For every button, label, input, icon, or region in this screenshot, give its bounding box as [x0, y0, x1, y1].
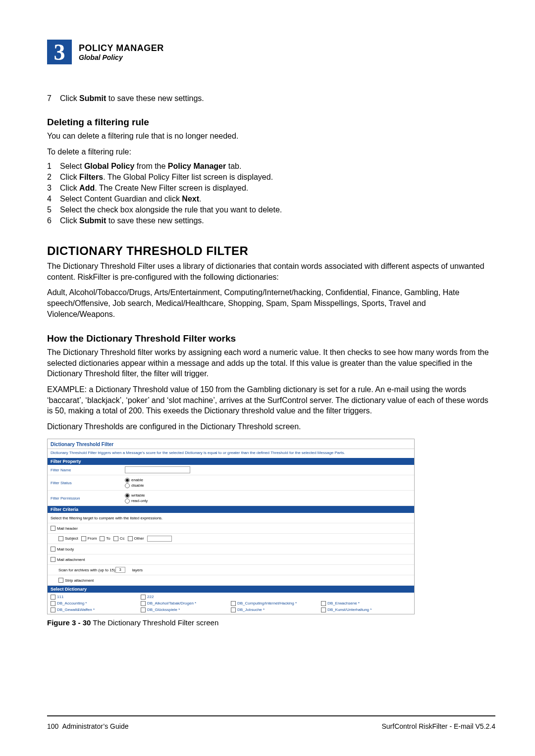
dict-item[interactable]: DB_Alkohol/Tabak/Drogen * [141, 600, 231, 606]
row-filter-name: Filter Name [48, 465, 414, 475]
del-step-5: 5 Select the check box alongside the rul… [47, 205, 495, 214]
heading-deleting-rule: Deleting a filtering rule [47, 117, 495, 128]
row-criteria-desc: Select the filtering target to compare w… [48, 513, 414, 523]
opt-cc[interactable]: Cc [113, 536, 125, 541]
step-text: Select Global Policy from the Policy Man… [60, 162, 241, 171]
dict-item[interactable]: 222 [141, 594, 231, 600]
step-text: Click Filters. The Global Policy Filter … [60, 173, 273, 182]
del-step-4: 4 Select Content Guardian and click Next… [47, 195, 495, 203]
step-text: Click Submit to save these new settings. [60, 216, 204, 225]
how-p1: The Dictionary Threshold filter works by… [47, 347, 495, 379]
input-filter-name[interactable] [125, 466, 190, 473]
dict-item[interactable]: DB_Computing/Internet/Hacking * [231, 600, 321, 606]
input-other-header[interactable] [147, 536, 172, 542]
row-mail-body: Mail body [48, 544, 414, 554]
step-num: 5 [47, 205, 60, 214]
opt-from[interactable]: From [81, 536, 97, 541]
radio-group-status: enable disable [125, 477, 144, 488]
footer-right: SurfControl RiskFilter - E-mail V5.2.4 [381, 722, 495, 730]
dict-p1: The Dictionary Threshold Filter uses a l… [47, 261, 495, 282]
screenshot-dict-threshold: Dictionary Threshold Filter Dictionary T… [47, 439, 415, 614]
radio-icon [125, 499, 130, 504]
dict-p2: Adult, Alcohol/Tobacco/Drugs, Arts/Enter… [47, 287, 495, 319]
scan-pre: Scan for archives with (up to 15) [58, 568, 115, 572]
step-num: 6 [47, 216, 60, 225]
how-p3: Dictionary Thresholds are configured in … [47, 421, 495, 432]
checkbox-mail-body[interactable] [51, 547, 55, 552]
row-mail-header: Mail header [48, 523, 414, 534]
dict-item[interactable]: 111 [51, 594, 141, 600]
step-num: 7 [47, 94, 60, 103]
how-p2: EXAMPLE: a Dictionary Threshold value of… [47, 384, 495, 416]
ss-title: Dictionary Threshold Filter [48, 439, 414, 449]
label-mail-body: Mail body [57, 547, 74, 552]
figure-caption: Figure 3 - 30 The Dictionary Threshold F… [47, 618, 495, 627]
dict-item[interactable]: DB_Accounting * [51, 600, 141, 606]
row-scan-archives: Scan for archives with (up to 15) 3 laye… [48, 565, 414, 575]
chapter-number: 3 [47, 40, 72, 64]
radio-group-permission: writable read-only [125, 493, 148, 504]
del-p1: You can delete a filtering rule that is … [47, 131, 495, 142]
row-filter-status: Filter Status enable disable [48, 475, 414, 491]
step-7: 7 Click Submit to save these new setting… [47, 94, 495, 103]
step-text: Select the check box alongside the rule … [60, 205, 282, 214]
header-title: POLICY MANAGER [79, 43, 164, 53]
row-mail-header-opts: Subject From To Cc Other [48, 534, 414, 544]
dict-item[interactable]: DB_Kunst/Unterhaltung * [321, 606, 411, 613]
label-filter-permission: Filter Permission [51, 496, 125, 501]
label-mail-header: Mail header [57, 526, 78, 531]
label-filter-status: Filter Status [51, 481, 125, 485]
radio-disable[interactable]: disable [125, 483, 144, 488]
ss-sec-select-dictionary: Select Dictionary [48, 586, 414, 593]
radio-icon [125, 493, 130, 498]
row-strip-attachment: Strip attachment [48, 575, 414, 586]
opt-other[interactable]: Other [128, 536, 144, 541]
label-strip-attachment: Strip attachment [65, 578, 94, 583]
footer-left: 100 Administrator’s Guide [47, 722, 128, 730]
page-footer: 100 Administrator’s Guide SurfControl Ri… [47, 722, 495, 730]
del-step-2: 2 Click Filters. The Global Policy Filte… [47, 173, 495, 182]
figcap-bold: Figure 3 - 30 [47, 618, 91, 627]
criteria-desc: Select the filtering target to compare w… [51, 516, 162, 520]
row-filter-permission: Filter Permission writable read-only [48, 491, 414, 506]
dict-item[interactable]: DB_Gewalt&Waffen * [51, 606, 141, 613]
step-pre: Click [60, 94, 79, 102]
radio-enable[interactable]: enable [125, 477, 144, 483]
step-num: 3 [47, 184, 60, 193]
radio-writable[interactable]: writable [125, 493, 148, 498]
opt-subject[interactable]: Subject [58, 536, 78, 541]
step-num: 1 [47, 162, 60, 171]
checkbox-mail-attachment[interactable] [51, 557, 55, 562]
dict-item[interactable]: DB_Erwachsene * [321, 600, 411, 606]
ss-desc: Dictionary Threshold Filter triggers whe… [48, 449, 414, 458]
del-p2: To delete a filtering rule: [47, 147, 495, 157]
step-text: Select Content Guardian and click Next. [60, 195, 202, 203]
step-bold: Submit [79, 94, 106, 102]
radio-readonly[interactable]: read-only [125, 498, 148, 504]
step-num: 4 [47, 195, 60, 203]
radio-icon [125, 483, 130, 488]
page-header: 3 POLICY MANAGER Global Policy [47, 40, 495, 64]
radio-icon [125, 478, 130, 483]
input-scan-layers[interactable]: 3 [115, 567, 125, 573]
header-text: POLICY MANAGER Global Policy [79, 43, 164, 61]
dict-item[interactable]: DB_Jobsuche * [231, 606, 321, 613]
del-step-6: 6 Click Submit to save these new setting… [47, 216, 495, 225]
dict-grid: 111 DB_Accounting * DB_Gewalt&Waffen * 2… [48, 593, 414, 614]
label-mail-attachment: Mail attachment [57, 557, 85, 562]
dict-item[interactable]: DB_Glücksspiele * [141, 606, 231, 613]
ss-sec-filter-property: Filter Property [48, 458, 414, 465]
step-text: Click Submit to save these new settings. [60, 94, 204, 103]
checkbox-strip-attachment[interactable] [58, 578, 63, 583]
step-text: Click Add. The Create New Filter screen … [60, 184, 248, 193]
footer-rule [47, 715, 495, 716]
del-step-3: 3 Click Add. The Create New Filter scree… [47, 184, 495, 193]
opt-to[interactable]: To [100, 536, 110, 541]
step-post: to save these new settings. [106, 94, 204, 102]
checkbox-mail-header[interactable] [51, 526, 55, 531]
heading-how-works: How the Dictionary Threshold Filter work… [47, 333, 495, 344]
ss-sec-filter-criteria: Filter Criteria [48, 506, 414, 513]
label-filter-name: Filter Name [51, 468, 125, 472]
step-num: 2 [47, 173, 60, 182]
figcap-rest: The Dictionary Threshold Filter screen [91, 618, 218, 627]
